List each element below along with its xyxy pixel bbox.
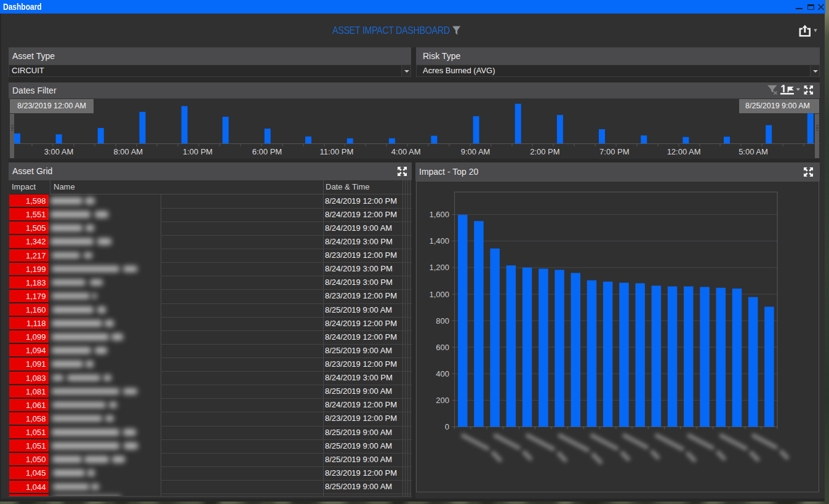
svg-text:800: 800	[436, 316, 449, 326]
svg-text:400: 400	[436, 369, 449, 378]
svg-text:3:00 AM: 3:00 AM	[44, 147, 74, 156]
svg-text:1,400: 1,400	[429, 236, 449, 246]
svg-text:7:00 PM: 7:00 PM	[599, 147, 629, 156]
svg-text:11:00 PM: 11:00 PM	[320, 147, 354, 156]
svg-text:0: 0	[445, 422, 449, 431]
svg-text:8:00 AM: 8:00 AM	[113, 147, 143, 156]
svg-text:12:00 AM: 12:00 AM	[667, 147, 701, 156]
svg-text:5:00 AM: 5:00 AM	[739, 147, 768, 156]
svg-text:200: 200	[436, 396, 449, 405]
svg-text:2:00 PM: 2:00 PM	[530, 147, 559, 156]
svg-text:600: 600	[436, 343, 449, 352]
svg-text:1,000: 1,000	[429, 290, 449, 299]
svg-text:1:00 PM: 1:00 PM	[183, 147, 212, 156]
svg-text:6:00 PM: 6:00 PM	[252, 147, 282, 156]
svg-text:1,200: 1,200	[429, 263, 449, 272]
svg-text:4:00 AM: 4:00 AM	[391, 147, 421, 156]
svg-text:1,600: 1,600	[429, 210, 449, 219]
svg-text:9:00 AM: 9:00 AM	[461, 147, 491, 156]
